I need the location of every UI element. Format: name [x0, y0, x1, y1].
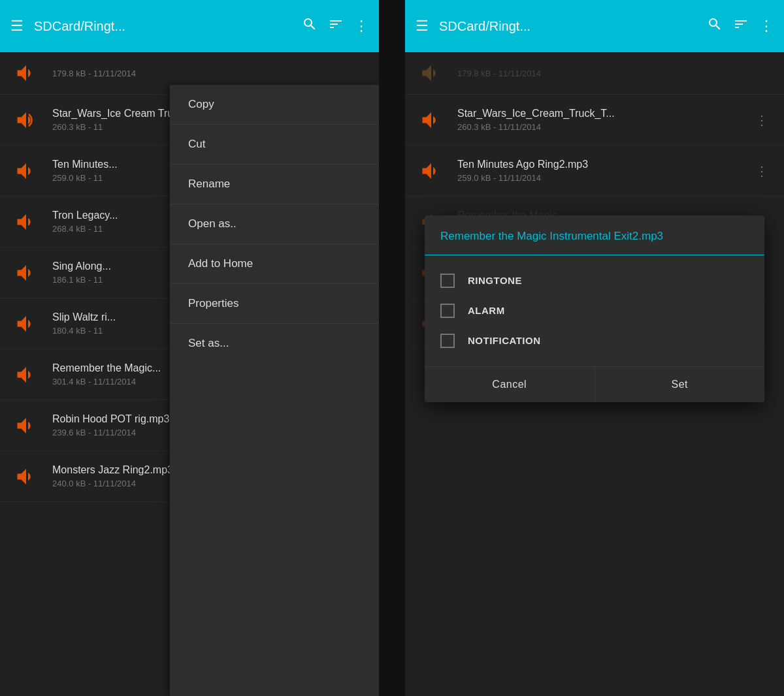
right-file-info-2: Ten Minutes Ago Ring2.mp3 259.0 kB - 11/…	[457, 159, 750, 183]
right-file-item-2[interactable]: Ten Minutes Ago Ring2.mp3 259.0 kB - 11/…	[405, 146, 784, 197]
left-menu-icon[interactable]: ☰	[10, 18, 24, 35]
speaker-icon-1	[10, 104, 42, 136]
right-file-meta-2: 259.0 kB - 11/11/2014	[457, 173, 750, 183]
left-toolbar-title: SDCard/Ringt...	[34, 19, 291, 34]
right-file-info-partial: 179.8 kB - 11/11/2014	[457, 69, 774, 78]
ringtone-label: RINGTONE	[468, 275, 522, 286]
left-file-info-partial: 179.8 kB - 11/11/2014	[52, 69, 368, 78]
notification-checkbox[interactable]	[440, 334, 455, 348]
alarm-label: ALARM	[468, 305, 505, 316]
context-menu-properties[interactable]: Properties	[170, 284, 379, 324]
notification-checkbox-item[interactable]: NOTIFICATION	[440, 326, 749, 356]
context-menu-set-as[interactable]: Set as...	[170, 324, 379, 363]
dialog-title: Remember the Magic Instrumental Exit2.mp…	[425, 215, 764, 255]
right-speaker-icon-2	[416, 155, 447, 187]
notification-label: NOTIFICATION	[468, 335, 541, 346]
dialog-body: RINGTONE ALARM NOTIFICATION	[425, 255, 764, 366]
context-menu-copy[interactable]: Copy	[170, 85, 379, 125]
speaker-icon-6	[10, 359, 42, 390]
right-speaker-icon-partial	[416, 57, 447, 89]
right-menu-icon[interactable]: ☰	[416, 18, 429, 35]
right-search-icon[interactable]	[707, 16, 723, 36]
right-more-icon[interactable]: ⋮	[759, 18, 774, 35]
right-file-info-1: Star_Wars_Ice_Cream_Truck_T... 260.3 kB …	[457, 108, 750, 132]
speaker-icon-8	[10, 461, 42, 492]
right-file-meta-partial: 179.8 kB - 11/11/2014	[457, 69, 774, 78]
left-panel: ☰ SDCard/Ringt... ⋮ 179.8 kB - 11/11/201…	[0, 0, 379, 696]
cancel-button[interactable]: Cancel	[425, 367, 595, 402]
right-speaker-icon-1	[416, 104, 447, 136]
panel-separator	[379, 0, 405, 696]
right-filter-icon[interactable]	[733, 16, 749, 36]
left-file-meta-partial: 179.8 kB - 11/11/2014	[52, 69, 368, 78]
right-file-item-1[interactable]: Star_Wars_Ice_Cream_Truck_T... 260.3 kB …	[405, 95, 784, 146]
right-file-name-2: Ten Minutes Ago Ring2.mp3	[457, 159, 750, 170]
context-menu: Copy Cut Rename Open as.. Add to Home Pr…	[170, 85, 379, 696]
speaker-icon-7	[10, 410, 42, 441]
left-more-icon[interactable]: ⋮	[354, 18, 368, 35]
alarm-checkbox[interactable]	[440, 304, 455, 318]
context-menu-cut[interactable]: Cut	[170, 125, 379, 165]
right-more-btn-2[interactable]: ⋮	[750, 158, 774, 184]
speaker-icon-4	[10, 257, 42, 289]
set-button[interactable]: Set	[595, 367, 765, 402]
context-menu-open-as[interactable]: Open as..	[170, 204, 379, 244]
left-toolbar: ☰ SDCard/Ringt... ⋮	[0, 0, 379, 52]
right-file-item-partial: 179.8 kB - 11/11/2014	[405, 52, 784, 95]
speaker-icon-3	[10, 206, 42, 238]
right-more-btn-1[interactable]: ⋮	[750, 107, 774, 133]
right-toolbar: ☰ SDCard/Ringt... ⋮	[405, 0, 784, 52]
speaker-icon-5	[10, 308, 42, 340]
context-menu-add-to-home[interactable]: Add to Home	[170, 244, 379, 284]
right-file-name-1: Star_Wars_Ice_Cream_Truck_T...	[457, 108, 750, 119]
right-file-meta-1: 260.3 kB - 11/11/2014	[457, 122, 750, 132]
context-menu-rename[interactable]: Rename	[170, 165, 379, 204]
ringtone-checkbox-item[interactable]: RINGTONE	[440, 266, 749, 296]
ringtone-checkbox[interactable]	[440, 274, 455, 288]
dialog-actions: Cancel Set	[425, 366, 764, 402]
left-search-icon[interactable]	[302, 16, 318, 36]
speaker-icon-2	[10, 155, 42, 187]
right-toolbar-title: SDCard/Ringt...	[439, 19, 696, 34]
right-panel: ☰ SDCard/Ringt... ⋮ 179.8 kB - 11/11/201…	[405, 0, 784, 696]
left-filter-icon[interactable]	[328, 16, 344, 36]
speaker-icon-partial	[10, 57, 42, 89]
ringtone-dialog: Remember the Magic Instrumental Exit2.mp…	[425, 215, 764, 402]
alarm-checkbox-item[interactable]: ALARM	[440, 296, 749, 326]
